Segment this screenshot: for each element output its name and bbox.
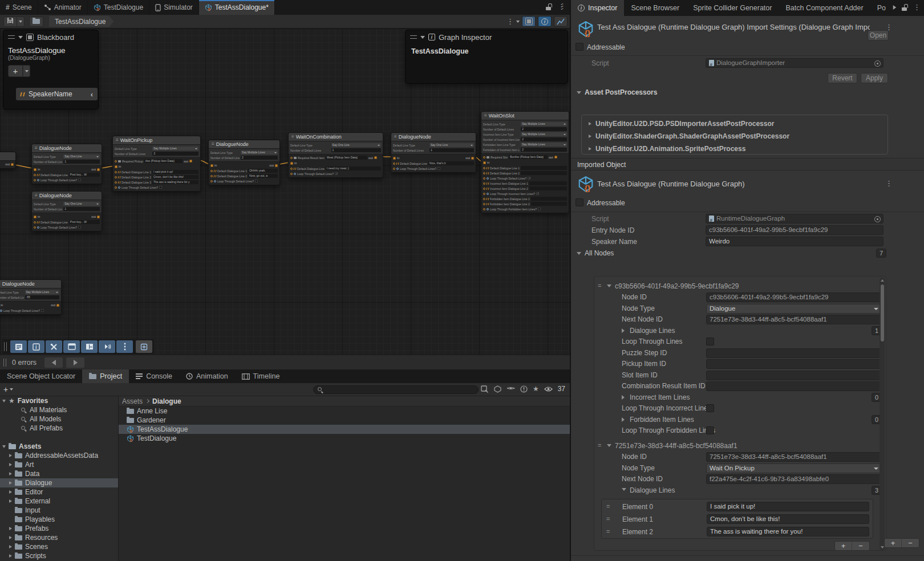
toolbar-options-caret-icon[interactable] [516, 21, 520, 23]
tree-folder-scenes[interactable]: Scenes [0, 542, 118, 551]
caret-right-icon[interactable] [9, 463, 12, 466]
caret-down-icon[interactable] [2, 445, 6, 448]
output-port[interactable]: out [269, 164, 278, 167]
toggle-dot-icon[interactable] [290, 168, 293, 170]
toggle-dot-icon[interactable] [483, 167, 485, 169]
caret-down-icon[interactable] [2, 400, 6, 403]
tree-folder-dialogue[interactable]: Dialogue [0, 478, 118, 487]
setting-dropdown[interactable]: Say Multiple Lines [152, 147, 198, 151]
line-field[interactable]: I said pick it up! [152, 170, 198, 174]
caret-right-icon[interactable] [9, 527, 12, 530]
tab-console[interactable]: Console [129, 369, 179, 383]
checkbox[interactable] [78, 178, 81, 181]
saved-search-star-icon[interactable]: ★ [533, 385, 539, 392]
prop-node-id-field[interactable]: c93b5606-401f-49a2-99b5-9ecbf1fa9c29 [706, 292, 882, 302]
addressable-checkbox[interactable] [576, 43, 583, 51]
setting-dropdown[interactable]: Say One Line [63, 155, 100, 158]
caret-icon[interactable] [622, 488, 626, 491]
graph-node-dialoguenode[interactable]: ≡DialogueNodeDefault Line TypeSay Multip… [208, 140, 280, 185]
toggle-dot-icon[interactable] [483, 193, 485, 195]
node-section-1[interactable]: =c93b5606-401f-49a2-99b5-9ecbf1fa9c29 [594, 281, 886, 291]
tree-favorites[interactable]: ★Favorites [0, 396, 118, 405]
create-asset-button[interactable]: + [3, 385, 13, 394]
breadcrumb-root[interactable]: Assets [122, 397, 143, 405]
toggle-dot-icon[interactable] [34, 221, 36, 223]
all-nodes-caret-icon[interactable] [577, 252, 581, 255]
line-field[interactable]: Psst boy... W [69, 220, 100, 224]
postprocessor-row[interactable]: UnityEditor.ShaderGraph.ShaderGraphAsset… [589, 131, 789, 141]
toggle-dot-icon[interactable] [115, 171, 117, 173]
caret-right-icon[interactable] [589, 147, 591, 151]
nodes-add-button[interactable]: + [885, 539, 902, 547]
layout-button[interactable] [81, 340, 98, 353]
toolbar-drag-handle[interactable] [4, 342, 7, 351]
inspector-menu-icon[interactable]: ⋮ [913, 3, 921, 11]
prop-pickup-item-id-field[interactable] [706, 359, 882, 369]
line-field[interactable]: I need my meat :) [326, 166, 381, 170]
toggle-dot-icon[interactable] [483, 198, 485, 200]
tab-project[interactable]: Project [82, 369, 129, 383]
add-property-button[interactable]: + [8, 65, 23, 77]
object-field[interactable]: Ass (Pickup Item Data) [144, 159, 183, 163]
filter-by-type-icon[interactable] [506, 385, 515, 392]
prop-combination-result-item-id-field[interactable] [706, 381, 882, 391]
panel-menu-icon[interactable]: ⋮ [558, 3, 565, 10]
add-property-caret-button[interactable] [23, 65, 30, 77]
checkbox[interactable] [255, 180, 258, 182]
object-picker-icon[interactable] [874, 60, 881, 67]
prop-loop-through-lines-checkbox[interactable] [706, 338, 714, 345]
inspector-tab-batch-component-adder[interactable]: Batch Component Adder [779, 0, 870, 16]
caret-right-icon[interactable] [9, 472, 12, 475]
graph-canvas[interactable]: ≡StartNodeSpeakerNameout≡DialogueNodeDef… [0, 29, 570, 355]
setting-dropdown[interactable]: Say One Line [429, 143, 474, 147]
line-field[interactable] [521, 166, 567, 170]
save-button[interactable] [3, 17, 17, 27]
postprocessor-row[interactable]: UnityEditor.U2D.PSD.PSDImporterAssetPost… [589, 119, 774, 129]
transition-button[interactable] [99, 340, 115, 353]
file-row-gardener[interactable]: Gardener [119, 416, 570, 425]
scroll-up-icon[interactable] [881, 279, 884, 282]
toggle-dot-icon[interactable] [34, 226, 36, 229]
caret-right-icon[interactable] [9, 481, 12, 485]
foldout-caret-icon[interactable] [577, 91, 581, 94]
tab-scene[interactable]: #Scene [0, 0, 38, 15]
prop-node-type-dropdown[interactable]: Wait On Pickup [706, 464, 882, 473]
input-port[interactable]: in [290, 161, 297, 165]
checkbox[interactable]: ✓ [528, 177, 530, 180]
array-add-button[interactable]: + [835, 542, 852, 550]
output-port[interactable]: out [368, 156, 377, 160]
toggle-dot-icon[interactable] [34, 174, 36, 176]
setting-field[interactable]: 2 [521, 148, 567, 152]
file-row-anne-lise[interactable]: Anne Lise [119, 406, 570, 416]
node-title-bar[interactable]: ≡DialogueNode [209, 140, 279, 149]
toggle-dot-icon[interactable] [483, 208, 485, 210]
breadcrumb[interactable]: TestAssDialogue [49, 16, 114, 27]
graph-node-dialoguenode[interactable]: ≡DialogueNodeDefault Line TypeSay One Li… [31, 191, 102, 231]
collapse-caret-icon[interactable] [420, 36, 425, 39]
checkbox[interactable]: ✓ [536, 192, 539, 195]
setting-field[interactable]: 3 [152, 152, 198, 156]
inspector-tab-sprite-collider-generator[interactable]: Sprite Collider Generator [686, 0, 779, 16]
caret-right-icon[interactable] [9, 490, 12, 494]
prop-next-node-id-field[interactable]: 7251e73e-38d3-44ff-a8c5-bcf54088aaf1 [706, 315, 882, 324]
lock-icon[interactable] [546, 3, 552, 10]
setting-field[interactable]: 1 [429, 148, 474, 152]
blackboard-toggle-button[interactable] [522, 16, 536, 27]
toggle-dot-icon[interactable] [34, 179, 36, 181]
graph-node-dialoguenode[interactable]: ≡DialogueNodeDefault Line TypeSay Multip… [0, 279, 62, 315]
tab-timeline[interactable]: Timeline [235, 369, 287, 383]
graph-node-dialoguenode[interactable]: ≡DialogueNodeDefault Line TypeSay One Li… [31, 144, 102, 184]
toggle-dot-icon[interactable] [115, 181, 117, 184]
checkbox[interactable] [538, 208, 541, 210]
prop-next-node-id-field[interactable]: f22a475e-4c2f-41c6-9b73-6a83498abfe0 [706, 474, 882, 484]
object-picker-icon[interactable] [874, 216, 881, 222]
graph-node-waitonpickup[interactable]: ≡WaitOnPickupDefault Line TypeSay Multip… [112, 136, 201, 192]
caret-right-icon[interactable] [9, 545, 12, 548]
postprocessors-title[interactable]: Asset PostProcessors [585, 88, 657, 96]
caret-right-icon[interactable] [589, 135, 591, 138]
collapse-caret-icon[interactable] [18, 36, 23, 39]
tree-item-all-models[interactable]: All Models [0, 414, 118, 424]
node-title-bar[interactable]: ≡WaitOnPickup [113, 136, 200, 145]
object-field[interactable]: Meat (Pickup Item Data) [326, 156, 367, 160]
save-dropdown-button[interactable] [17, 17, 25, 27]
